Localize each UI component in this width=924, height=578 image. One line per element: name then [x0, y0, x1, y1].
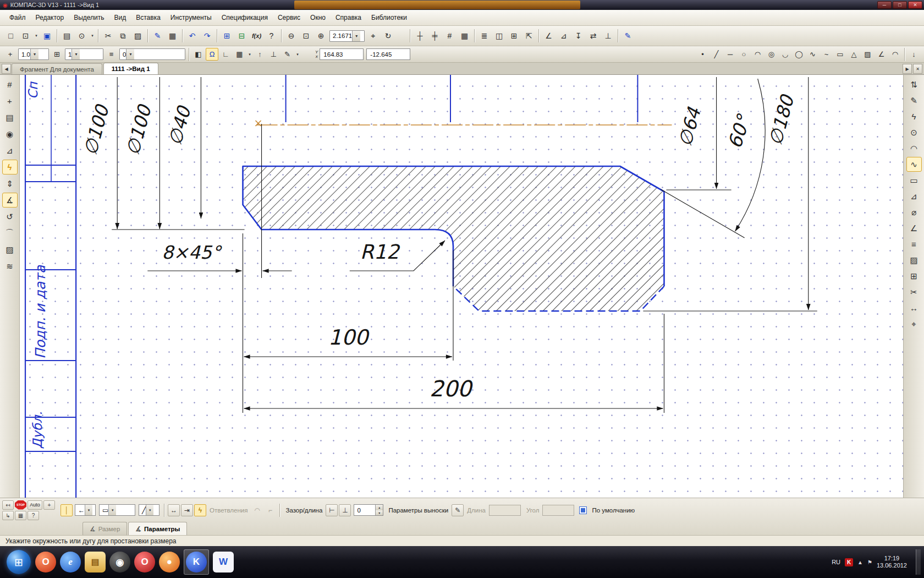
help-mini-icon[interactable]: ? — [28, 511, 39, 520]
dimension-placement-combo[interactable]: ▭▾ — [99, 504, 135, 516]
taskbar-app-opera-icon[interactable]: O — [35, 552, 56, 572]
action-center-icon[interactable]: ⚑ — [867, 559, 872, 565]
rt-scroll-icon[interactable]: ⇅ — [906, 77, 922, 92]
rotate-panel-icon[interactable]: ↺ — [2, 209, 18, 224]
placement-icon[interactable]: ⇱ — [522, 29, 536, 43]
mesh-icon[interactable]: ▦ — [458, 29, 471, 43]
tray-expand-icon[interactable]: ▲ — [857, 559, 863, 565]
taskbar-app-word-icon[interactable]: W — [213, 552, 234, 572]
taskbar-clock[interactable]: 17:19 13.06.2012 — [877, 555, 907, 569]
layers-icon[interactable]: ≡ — [105, 48, 118, 61]
snap-grid-icon[interactable]: ╪ — [428, 29, 442, 43]
angle-measure-icon[interactable]: ∠ — [542, 29, 556, 43]
current-layer-caret-icon[interactable]: ▾ — [126, 49, 134, 59]
ellipse-tool-icon[interactable]: ◯ — [793, 48, 805, 61]
menu-file[interactable]: Файл — [4, 11, 31, 24]
point-tool-icon[interactable]: • — [696, 48, 709, 61]
arrow-type-combo[interactable]: ←▾ — [75, 504, 96, 516]
pan-icon[interactable]: ⌖ — [366, 29, 380, 43]
layer-number-combo[interactable]: 1 ▾ — [65, 48, 103, 60]
part-contour-step[interactable] — [435, 230, 453, 286]
rt-edit-icon[interactable]: ✎ — [906, 93, 922, 108]
show-desktop-button[interactable] — [916, 549, 921, 575]
spline-panel-icon[interactable]: ≋ — [2, 259, 18, 274]
coord-x-field[interactable]: 164.83 — [320, 48, 364, 60]
menu-help[interactable]: Справка — [331, 11, 366, 24]
redo-icon[interactable]: ↷ — [200, 29, 214, 43]
tab-parameters[interactable]: ∡ Параметры — [128, 522, 187, 535]
menu-service[interactable]: Сервис — [273, 11, 305, 24]
centerline[interactable] — [256, 121, 672, 126]
open-icon[interactable]: ⊡ — [19, 29, 32, 43]
undo-icon[interactable]: ↶ — [185, 29, 199, 43]
print-preview-icon[interactable]: ⊙ — [75, 29, 89, 43]
slash-style-combo[interactable]: ╱▾ — [139, 504, 160, 516]
circle-tool-icon[interactable]: ○ — [738, 48, 750, 61]
hatch-panel-icon[interactable]: ▨ — [2, 242, 18, 257]
rt-spline-icon[interactable]: ∿ — [906, 157, 922, 172]
polygon-tool-icon[interactable]: △ — [848, 48, 860, 61]
tab-scroll-right-icon[interactable]: ▶ — [903, 64, 912, 74]
spreadsheet-icon[interactable]: ⊞ — [220, 29, 234, 43]
edit-point-icon[interactable]: ✎ — [281, 48, 294, 61]
menu-editor[interactable]: Редактор — [31, 11, 69, 24]
antivirus-tray-icon[interactable]: K — [845, 558, 853, 566]
rt-hatch-icon[interactable]: ▨ — [906, 253, 922, 268]
move-cluster-icon[interactable]: + — [43, 500, 55, 510]
arc-panel-icon[interactable]: ⌒ — [2, 226, 18, 241]
zoom-in-icon[interactable]: ⊕ — [314, 29, 328, 43]
current-layer-combo[interactable]: 0 ▾ — [119, 48, 185, 60]
rt-angle-icon[interactable]: ∠ — [906, 221, 922, 236]
refresh-view-icon[interactable]: ↻ — [381, 29, 395, 43]
menu-window[interactable]: Окно — [305, 11, 331, 24]
layers-list-icon[interactable]: ≣ — [477, 29, 491, 43]
points-panel-icon[interactable]: + — [2, 94, 18, 108]
gap-toggle1-icon[interactable]: ⊢ — [326, 504, 338, 516]
tab-dimension[interactable]: ∡ Размер — [82, 522, 127, 535]
maximize-button[interactable]: □ — [893, 1, 907, 9]
coord-y-field[interactable]: -12.645 — [366, 48, 410, 60]
taskbar-app-firefox-icon[interactable]: ● — [159, 552, 180, 572]
gap-value-spinner[interactable]: 0 ▴▾ — [354, 504, 383, 516]
sheet-state-icon[interactable]: ⊞ — [51, 48, 63, 61]
default-checkbox[interactable] — [579, 506, 587, 514]
close-button[interactable]: ✕ — [908, 1, 922, 9]
panel-collapse-icon[interactable]: ↓ — [908, 48, 920, 61]
rt-diameter-icon[interactable]: ⌀ — [906, 205, 922, 220]
minimize-button[interactable]: ─ — [877, 1, 892, 9]
dimensions-panel-icon[interactable]: ∡ — [2, 193, 18, 208]
spin-down-icon[interactable]: ▾ — [376, 510, 383, 516]
start-button[interactable]: ⊞ — [7, 550, 31, 574]
menu-libraries[interactable]: Библиотеки — [366, 11, 412, 24]
spline-tool-icon[interactable]: ~ — [820, 48, 833, 61]
tab-close-icon[interactable]: ✕ — [913, 64, 922, 74]
rt-layers-icon[interactable]: ≡ — [906, 237, 922, 252]
menu-select[interactable]: Выделить — [69, 11, 109, 24]
auto-dimension-icon[interactable]: ϟ — [194, 504, 206, 516]
designation-panel-icon[interactable]: ⊿ — [2, 143, 18, 158]
context-help-icon[interactable]: ? — [265, 29, 278, 43]
edit-caret-icon[interactable]: ▾ — [294, 46, 301, 62]
line-width-combo[interactable]: 1.0 ▾ — [18, 48, 49, 60]
grid-toggle-icon[interactable]: ▦ — [233, 48, 246, 61]
snap-magnet-icon[interactable]: Ω — [206, 48, 218, 61]
parametrization-panel-icon[interactable]: ϟ — [2, 160, 18, 175]
view-state-icon[interactable]: ◫ — [492, 29, 506, 43]
grid-caret-icon[interactable]: ▾ — [246, 46, 253, 62]
rt-arc-icon[interactable]: ◠ — [906, 141, 922, 156]
arc-tool-icon[interactable]: ◠ — [751, 48, 764, 61]
hatch-tool-icon[interactable]: ▨ — [861, 48, 874, 61]
rectangle-tool-icon[interactable]: ▭ — [834, 48, 846, 61]
edit-styles-icon[interactable]: ✎ — [621, 29, 635, 43]
line-width-caret-icon[interactable]: ▾ — [30, 49, 38, 59]
menu-insert[interactable]: Вставка — [131, 11, 166, 24]
leader-note-icon[interactable]: ✎ — [452, 504, 464, 516]
rt-param-icon[interactable]: ϟ — [906, 109, 922, 124]
tab-scroll-left-icon[interactable]: ◀ — [2, 64, 11, 74]
tab-fragment[interactable]: Фрагмент Для документа — [12, 63, 102, 74]
circle2-tool-icon[interactable]: ◎ — [765, 48, 778, 61]
grid-mini-icon[interactable]: ▦ — [15, 511, 26, 520]
taskbar-app-media-icon[interactable]: ◉ — [109, 552, 130, 572]
circles-panel-icon[interactable]: ◉ — [2, 127, 18, 141]
sheet-panel-icon[interactable]: ▤ — [2, 110, 18, 125]
